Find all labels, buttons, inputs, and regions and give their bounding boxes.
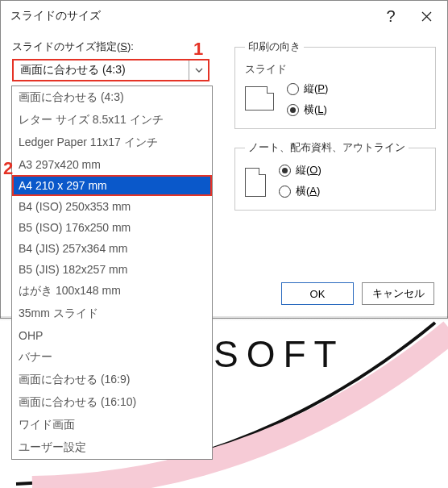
dropdown-option[interactable]: B5 (JIS) 182x257 mm [12, 259, 212, 280]
help-button[interactable]: ? [376, 5, 405, 27]
notes-orientation-row: 縦(O) 横(A) [245, 163, 425, 198]
page-landscape-icon [245, 86, 274, 111]
background-logo-text: SOFT [214, 332, 345, 376]
slides-portrait-label: 縦(P) [304, 81, 328, 96]
dropdown-option[interactable]: A3 297x420 mm [12, 154, 212, 175]
slide-size-dropdown-list[interactable]: 画面に合わせる (4:3)レター サイズ 8.5x11 インチLedger Pa… [11, 86, 213, 460]
notes-legend: ノート、配布資料、アウトライン [245, 140, 409, 155]
dropdown-option[interactable]: B5 (ISO) 176x250 mm [12, 217, 212, 238]
titlebar: スライドのサイズ ? [1, 1, 447, 31]
slides-sublabel: スライド [245, 62, 425, 77]
notes-portrait-label: 縦(O) [296, 163, 321, 177]
dropdown-option[interactable]: 35mm スライド [12, 302, 212, 325]
dropdown-option[interactable]: はがき 100x148 mm [12, 280, 212, 302]
notes-fieldset: ノート、配布資料、アウトライン 縦(O) 横( [234, 140, 436, 211]
slides-landscape-radio[interactable]: 横(L) [287, 102, 328, 117]
dropdown-option[interactable]: A4 210 x 297 mm [12, 175, 212, 196]
notes-landscape-radio[interactable]: 横(A) [279, 184, 321, 198]
radio-icon [279, 186, 291, 198]
titlebar-controls: ? [376, 5, 441, 27]
dropdown-option[interactable]: レター サイズ 8.5x11 インチ [12, 109, 212, 131]
radio-icon [287, 83, 299, 95]
dropdown-option[interactable]: OHP [12, 325, 212, 346]
slide-size-combobox[interactable]: 画面に合わせる (4:3) [12, 59, 209, 81]
radio-checked-icon [287, 104, 299, 116]
dropdown-option[interactable]: ワイド画面 [12, 414, 212, 436]
slides-portrait-radio[interactable]: 縦(P) [287, 81, 328, 96]
dropdown-option[interactable]: バナー [12, 346, 212, 369]
dropdown-option[interactable]: ユーザー設定 [12, 436, 212, 459]
chevron-down-icon [195, 68, 203, 73]
slides-orientation-row: 縦(P) 横(L) [245, 81, 425, 117]
dropdown-option[interactable]: B4 (ISO) 250x353 mm [12, 196, 212, 217]
dropdown-option[interactable]: B4 (JIS) 257x364 mm [12, 238, 212, 259]
notes-portrait-radio[interactable]: 縦(O) [279, 163, 321, 177]
page-portrait-icon [245, 168, 266, 197]
dialog-button-row: OK キャンセル [281, 282, 434, 305]
slide-size-dropdown-button[interactable] [189, 60, 208, 80]
slides-landscape-label: 横(L) [304, 102, 327, 117]
dropdown-option[interactable]: 画面に合わせる (4:3) [12, 86, 212, 109]
dropdown-option[interactable]: Ledger Paper 11x17 インチ [12, 131, 212, 154]
close-icon [421, 11, 432, 22]
slide-size-value: 画面に合わせる (4:3) [14, 63, 189, 77]
dropdown-option[interactable]: 画面に合わせる (16:9) [12, 369, 212, 391]
notes-landscape-label: 横(A) [296, 184, 320, 198]
dialog-title: スライドのサイズ [10, 9, 101, 23]
cancel-button[interactable]: キャンセル [362, 282, 434, 305]
orientation-legend: 印刷の向き [245, 40, 304, 54]
annotation-marker-2: 2 [3, 158, 13, 179]
slide-size-label: スライドのサイズ指定(S): [12, 40, 222, 54]
annotation-marker-1: 1 [193, 39, 203, 60]
orientation-fieldset: 印刷の向き スライド 縦(P) [234, 40, 436, 129]
radio-checked-icon [279, 165, 291, 177]
dropdown-option[interactable]: 画面に合わせる (16:10) [12, 391, 212, 414]
close-button[interactable] [412, 5, 441, 27]
ok-button[interactable]: OK [281, 282, 354, 305]
